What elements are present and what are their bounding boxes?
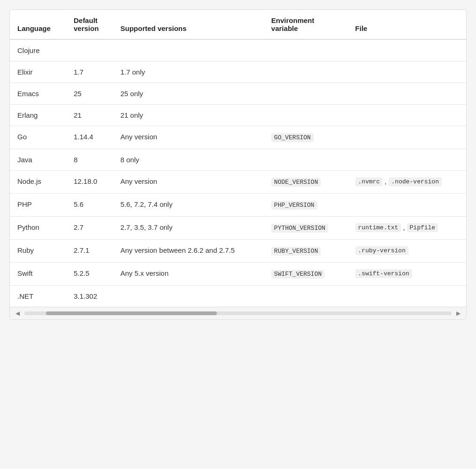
- cell-env-variable: [264, 105, 348, 126]
- env-variable-badge: NODE_VERSION: [271, 178, 321, 187]
- cell-supported-versions: Any version: [113, 171, 264, 194]
- cell-language: Node.js: [10, 171, 66, 194]
- table-row: Swift5.2.5Any 5.x versionSWIFT_VERSION.s…: [10, 263, 466, 286]
- cell-supported-versions: 25 only: [113, 83, 264, 105]
- cell-language: PHP: [10, 194, 66, 217]
- table-row: Erlang2121 only: [10, 105, 466, 126]
- scroll-right-arrow[interactable]: ▶: [454, 310, 462, 317]
- cell-file: .nvmrc,.node-version: [348, 171, 466, 194]
- cell-supported-versions: 2.7, 3.5, 3.7 only: [113, 217, 264, 240]
- cell-default-version: 5.6: [66, 194, 113, 217]
- cell-env-variable: [264, 149, 348, 171]
- cell-default-version: 21: [66, 105, 113, 126]
- cell-supported-versions: 8 only: [113, 149, 264, 171]
- header-supported-versions: Supported versions: [113, 10, 264, 39]
- env-variable-badge: PYTHON_VERSION: [271, 224, 328, 233]
- file-badge: .ruby-version: [355, 246, 408, 255]
- scroll-left-arrow[interactable]: ◀: [14, 310, 22, 317]
- cell-default-version: 3.1.302: [66, 286, 113, 307]
- file-badge: .node-version: [389, 177, 442, 186]
- cell-default-version: 25: [66, 83, 113, 105]
- cell-file: [348, 105, 466, 126]
- cell-default-version: 8: [66, 149, 113, 171]
- cell-file: .ruby-version: [348, 240, 466, 263]
- cell-default-version: 2.7.1: [66, 240, 113, 263]
- cell-default-version: 1.14.4: [66, 126, 113, 149]
- cell-default-version: [66, 39, 113, 61]
- cell-language: Go: [10, 126, 66, 149]
- cell-env-variable: PYTHON_VERSION: [264, 217, 348, 240]
- cell-supported-versions: 21 only: [113, 105, 264, 126]
- cell-supported-versions: Any version between 2.6.2 and 2.7.5: [113, 240, 264, 263]
- cell-language: Ruby: [10, 240, 66, 263]
- cell-supported-versions: Any 5.x version: [113, 263, 264, 286]
- cell-default-version: 1.7: [66, 61, 113, 83]
- main-table-container: Language Defaultversion Supported versio…: [9, 9, 467, 320]
- cell-supported-versions: [113, 286, 264, 307]
- language-versions-table: Language Defaultversion Supported versio…: [10, 10, 466, 307]
- cell-language: Erlang: [10, 105, 66, 126]
- cell-file: [348, 149, 466, 171]
- cell-supported-versions: 1.7 only: [113, 61, 264, 83]
- cell-env-variable: PHP_VERSION: [264, 194, 348, 217]
- file-separator: ,: [403, 223, 405, 231]
- cell-env-variable: [264, 39, 348, 61]
- table-row: Java88 only: [10, 149, 466, 171]
- header-default-version: Defaultversion: [66, 10, 113, 39]
- table-row: PHP5.65.6, 7.2, 7.4 onlyPHP_VERSION: [10, 194, 466, 217]
- cell-file: [348, 286, 466, 307]
- scrollbar-thumb[interactable]: [46, 311, 217, 315]
- cell-file: [348, 194, 466, 217]
- cell-file: [348, 126, 466, 149]
- file-badge: .nvmrc: [355, 177, 383, 186]
- cell-file: [348, 83, 466, 105]
- table-row: Ruby2.7.1Any version between 2.6.2 and 2…: [10, 240, 466, 263]
- horizontal-scrollbar[interactable]: ◀ ▶: [10, 307, 466, 319]
- cell-default-version: 12.18.0: [66, 171, 113, 194]
- cell-default-version: 5.2.5: [66, 263, 113, 286]
- header-file: File: [348, 10, 466, 39]
- cell-env-variable: [264, 61, 348, 83]
- cell-language: .NET: [10, 286, 66, 307]
- cell-language: Elixir: [10, 61, 66, 83]
- table-row: Node.js12.18.0Any versionNODE_VERSION.nv…: [10, 171, 466, 194]
- table-row: Elixir1.71.7 only: [10, 61, 466, 83]
- cell-supported-versions: 5.6, 7.2, 7.4 only: [113, 194, 264, 217]
- file-badge: runtime.txt: [355, 223, 401, 232]
- cell-env-variable: NODE_VERSION: [264, 171, 348, 194]
- table-row: .NET3.1.302: [10, 286, 466, 307]
- cell-language: Java: [10, 149, 66, 171]
- file-separator: ,: [384, 177, 386, 185]
- table-row: Go1.14.4Any versionGO_VERSION: [10, 126, 466, 149]
- cell-file: .swift-version: [348, 263, 466, 286]
- cell-env-variable: [264, 286, 348, 307]
- cell-file: [348, 61, 466, 83]
- table-row: Python2.72.7, 3.5, 3.7 onlyPYTHON_VERSIO…: [10, 217, 466, 240]
- scrollbar-track[interactable]: [24, 311, 452, 315]
- cell-supported-versions: [113, 39, 264, 61]
- env-variable-badge: GO_VERSION: [271, 133, 314, 142]
- cell-env-variable: RUBY_VERSION: [264, 240, 348, 263]
- cell-env-variable: GO_VERSION: [264, 126, 348, 149]
- cell-file: [348, 39, 466, 61]
- env-variable-badge: PHP_VERSION: [271, 201, 317, 210]
- env-variable-badge: SWIFT_VERSION: [271, 270, 324, 279]
- file-badge: .swift-version: [355, 269, 412, 278]
- file-badge: Pipfile: [407, 223, 438, 232]
- cell-language: Emacs: [10, 83, 66, 105]
- header-env-variable: Environmentvariable: [264, 10, 348, 39]
- table-row: Clojure: [10, 39, 466, 61]
- cell-default-version: 2.7: [66, 217, 113, 240]
- table-row: Emacs2525 only: [10, 83, 466, 105]
- table-header-row: Language Defaultversion Supported versio…: [10, 10, 466, 39]
- cell-env-variable: SWIFT_VERSION: [264, 263, 348, 286]
- cell-language: Clojure: [10, 39, 66, 61]
- cell-supported-versions: Any version: [113, 126, 264, 149]
- env-variable-badge: RUBY_VERSION: [271, 247, 321, 256]
- cell-language: Python: [10, 217, 66, 240]
- cell-language: Swift: [10, 263, 66, 286]
- cell-env-variable: [264, 83, 348, 105]
- cell-file: runtime.txt,Pipfile: [348, 217, 466, 240]
- header-language: Language: [10, 10, 66, 39]
